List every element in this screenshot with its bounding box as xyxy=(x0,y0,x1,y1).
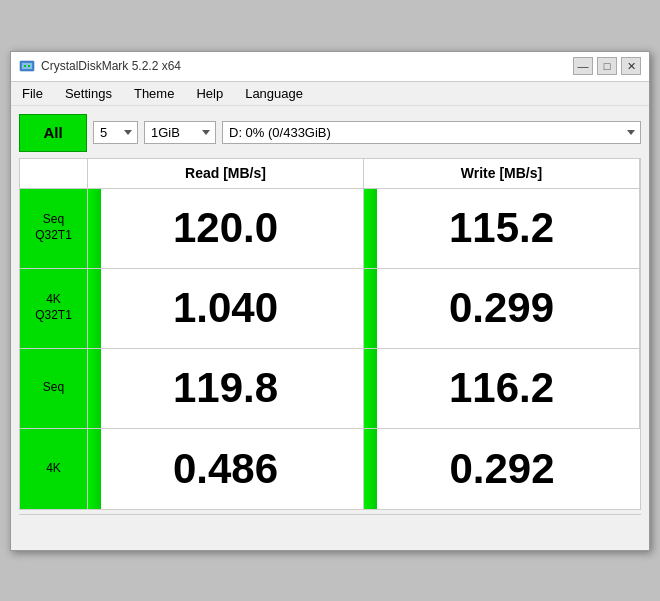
menu-theme[interactable]: Theme xyxy=(131,85,177,102)
menu-settings[interactable]: Settings xyxy=(62,85,115,102)
app-icon xyxy=(19,58,35,74)
read-value-4k-q32t1: 1.040 xyxy=(88,269,364,349)
window-title: CrystalDiskMark 5.2.2 x64 xyxy=(41,59,181,73)
row-label-seq: Seq xyxy=(20,349,88,429)
title-bar: CrystalDiskMark 5.2.2 x64 — □ ✕ xyxy=(11,52,649,82)
row-label-4k-q32t1: 4KQ32T1 xyxy=(20,269,88,349)
row-label-seq-q32t1: SeqQ32T1 xyxy=(20,189,88,269)
title-controls: — □ ✕ xyxy=(573,57,641,75)
controls-row: All 5 1 3 10 1GiB 512MB 2GiB 4GiB D: 0% … xyxy=(19,114,641,152)
read-value-seq: 119.8 xyxy=(88,349,364,429)
read-value-4k: 0.486 xyxy=(88,429,364,509)
close-button[interactable]: ✕ xyxy=(621,57,641,75)
header-empty xyxy=(20,159,88,189)
main-content: All 5 1 3 10 1GiB 512MB 2GiB 4GiB D: 0% … xyxy=(11,106,649,550)
maximize-button[interactable]: □ xyxy=(597,57,617,75)
runs-select[interactable]: 5 1 3 10 xyxy=(93,121,138,144)
size-select[interactable]: 1GiB 512MB 2GiB 4GiB xyxy=(144,121,216,144)
write-value-seq-q32t1: 115.2 xyxy=(364,189,640,269)
menu-language[interactable]: Language xyxy=(242,85,306,102)
write-value-4k: 0.292 xyxy=(364,429,640,509)
minimize-button[interactable]: — xyxy=(573,57,593,75)
all-button[interactable]: All xyxy=(19,114,87,152)
write-header: Write [MB/s] xyxy=(364,159,640,189)
read-header: Read [MB/s] xyxy=(88,159,364,189)
menu-file[interactable]: File xyxy=(19,85,46,102)
row-label-4k: 4K xyxy=(20,429,88,509)
svg-rect-2 xyxy=(24,65,26,67)
write-value-seq: 116.2 xyxy=(364,349,640,429)
menu-help[interactable]: Help xyxy=(193,85,226,102)
app-window: CrystalDiskMark 5.2.2 x64 — □ ✕ File Set… xyxy=(10,51,650,551)
svg-rect-3 xyxy=(28,65,30,67)
svg-rect-1 xyxy=(22,63,32,69)
status-bar xyxy=(19,514,641,542)
read-value-seq-q32t1: 120.0 xyxy=(88,189,364,269)
write-value-4k-q32t1: 0.299 xyxy=(364,269,640,349)
benchmark-grid: Read [MB/s] Write [MB/s] SeqQ32T1 120.0 … xyxy=(19,158,641,510)
disk-select[interactable]: D: 0% (0/433GiB) C: 50% xyxy=(222,121,641,144)
title-bar-left: CrystalDiskMark 5.2.2 x64 xyxy=(19,58,181,74)
menubar: File Settings Theme Help Language xyxy=(11,82,649,106)
